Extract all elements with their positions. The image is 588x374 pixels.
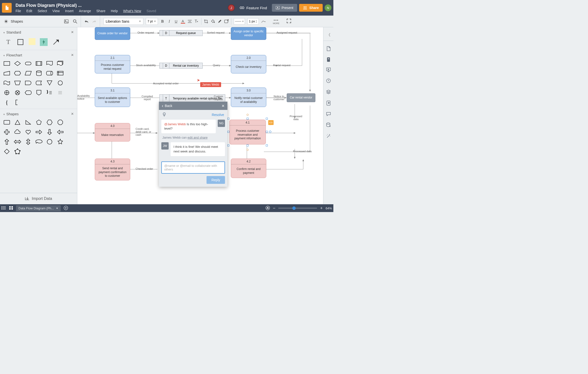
fc-process[interactable] [3, 61, 10, 66]
fc-note[interactable] [14, 99, 21, 105]
undo-icon[interactable] [84, 19, 89, 23]
user-avatar-n[interactable]: N [325, 4, 331, 11]
sh-callout[interactable] [35, 139, 42, 145]
shapes-panel-toggle[interactable]: Shapes [0, 19, 61, 23]
text-color-icon[interactable]: A [181, 19, 185, 23]
sh-octagon[interactable] [57, 119, 64, 125]
sh-hexagon[interactable] [46, 119, 53, 125]
menu-file[interactable]: File [16, 9, 21, 13]
font-select[interactable]: Liberation Sans▼ [104, 18, 143, 25]
node-create-order[interactable]: Create order for vendor [95, 27, 130, 40]
close-icon[interactable]: × [71, 53, 74, 58]
fc-internal[interactable] [57, 70, 64, 76]
sh-arrow-d[interactable] [46, 129, 53, 135]
zoom-fit-icon[interactable] [266, 206, 270, 211]
rect-shape[interactable] [17, 38, 24, 46]
sh-star[interactable] [57, 139, 64, 145]
text-style-icon[interactable]: T▸ [194, 19, 199, 23]
reply-button[interactable]: Reply [207, 176, 225, 184]
comment-input[interactable]: @name or @email to collaborate with othe… [161, 162, 225, 174]
fc-decision[interactable] [14, 61, 21, 66]
sh-polygon[interactable] [14, 149, 21, 154]
node-42[interactable]: 4.2Confirm rental and payment [231, 159, 266, 178]
node-43[interactable]: 4.3Send rental and payment confirmation … [95, 159, 130, 180]
fc-merge[interactable] [46, 80, 53, 86]
sh-cross[interactable] [3, 129, 10, 135]
fc-list1[interactable]: } [46, 90, 53, 96]
arrow-shape[interactable] [52, 38, 60, 46]
fc-manual-input[interactable] [3, 70, 10, 76]
doc-title[interactable]: Data Flow Diagram (Physical) ... [16, 3, 228, 8]
fc-terminator[interactable] [25, 61, 32, 66]
sh-arrow-u[interactable] [3, 139, 10, 145]
fc-connector[interactable] [57, 80, 64, 86]
note-shape[interactable] [29, 38, 35, 45]
fc-delay[interactable] [25, 80, 32, 86]
node-20[interactable]: 2.0Check car inventory [231, 55, 266, 73]
node-21[interactable]: 2.1Process customer rental request [95, 55, 130, 73]
more-button[interactable]: ••• MORE [273, 18, 279, 24]
layers-icon[interactable] [326, 89, 331, 95]
doc-icon[interactable] [2, 3, 12, 13]
fc-preparation[interactable] [14, 70, 21, 76]
fc-papertape[interactable] [3, 80, 10, 86]
fc-document[interactable] [46, 61, 53, 66]
zoom-slider[interactable] [278, 208, 317, 209]
zoom-in-icon[interactable]: + [320, 206, 323, 211]
line-options-icon[interactable] [261, 19, 266, 23]
comment-badge-icon[interactable] [268, 120, 273, 125]
redo-icon[interactable] [92, 19, 96, 23]
line-width-select[interactable]: 1 px▲▼ [247, 18, 259, 24]
close-icon[interactable]: × [71, 111, 74, 117]
node-41[interactable]: 4.1Process customer reservation and paym… [229, 120, 266, 144]
fc-multidoc[interactable] [57, 61, 64, 66]
fc-stored[interactable] [35, 80, 42, 86]
menu-share[interactable]: Share [96, 9, 105, 13]
sh-arrow-l[interactable] [57, 129, 64, 135]
share-button[interactable]: Share [299, 4, 323, 12]
sh-triangle[interactable] [14, 119, 21, 125]
menu-insert[interactable]: Insert [65, 9, 74, 13]
sh-rect[interactable] [3, 119, 10, 125]
fullscreen-icon[interactable] [287, 19, 291, 24]
close-icon[interactable]: × [221, 103, 224, 109]
section-flowchart[interactable]: Flowchart× [3, 53, 74, 58]
datastore-inventory[interactable]: DRental car inventory [159, 63, 203, 69]
crop-icon[interactable] [204, 19, 208, 23]
collapse-right-icon[interactable]: 《 [323, 30, 333, 41]
comments-icon[interactable] [326, 112, 331, 117]
fc-manualop[interactable] [14, 80, 21, 86]
feature-find[interactable]: Feature Find [240, 6, 267, 10]
quote-icon[interactable]: ❞ [327, 57, 330, 62]
menu-help[interactable]: Help [111, 9, 118, 13]
section-standard[interactable]: Standard× [3, 30, 74, 35]
zoom-level[interactable]: 64% [326, 207, 332, 210]
close-icon[interactable]: × [71, 30, 74, 35]
import-data-button[interactable]: Import Data [0, 193, 77, 204]
page-icon[interactable] [326, 46, 331, 52]
data-icon[interactable] [326, 122, 331, 128]
present-button[interactable]: Present [272, 4, 297, 12]
action-shape[interactable] [40, 38, 48, 46]
node-30[interactable]: 3.0Notify rental customer of availabilit… [231, 88, 266, 107]
fc-database[interactable] [35, 70, 42, 76]
fill-icon[interactable] [211, 19, 215, 23]
sh-arrow-r[interactable] [35, 129, 42, 135]
menu-select[interactable]: Select [38, 9, 47, 13]
search-icon[interactable] [73, 19, 77, 23]
bold-icon[interactable]: B [160, 19, 165, 23]
zoom-out-icon[interactable]: − [273, 206, 275, 211]
canvas[interactable]: Create order for vendor DRequest queue A… [77, 27, 323, 204]
resolve-link[interactable]: Resolve [212, 113, 224, 117]
fc-list2[interactable] [57, 90, 64, 96]
fc-predefined[interactable] [35, 61, 42, 66]
underline-icon[interactable]: U [174, 19, 178, 23]
sh-arrow-lr[interactable] [14, 139, 21, 145]
italic-icon[interactable]: I [167, 19, 171, 23]
sh-righttri[interactable] [25, 119, 32, 125]
sh-pentagon[interactable] [35, 119, 42, 125]
menu-whatsnew[interactable]: What's New [123, 9, 141, 13]
fc-summing[interactable] [14, 90, 21, 96]
fc-data[interactable] [25, 70, 32, 76]
present-panel-icon[interactable] [326, 67, 331, 73]
